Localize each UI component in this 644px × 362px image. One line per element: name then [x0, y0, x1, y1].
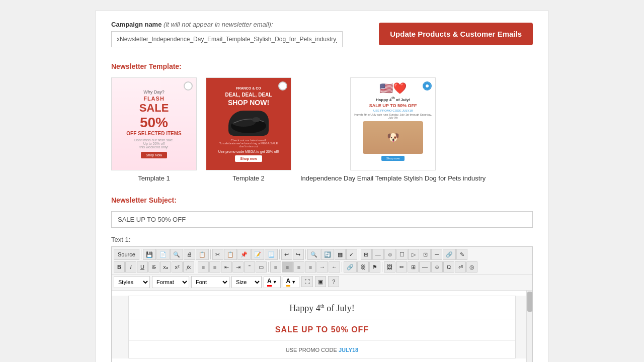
hline2-button[interactable]: — — [419, 261, 431, 273]
align-justify-button[interactable]: ≡ — [305, 261, 316, 273]
tpl2-btn: Shop now — [235, 155, 262, 162]
align-right-button[interactable]: ≡ — [293, 261, 304, 273]
print-button[interactable]: 🖨 — [184, 249, 195, 260]
tpl3-detail: Hurrah 4th of July sale runs Sunday, Jul… — [354, 113, 432, 119]
styles-select[interactable]: Styles — [114, 276, 150, 288]
char-button[interactable]: Ω — [443, 261, 454, 273]
image-edit-button[interactable]: ✏ — [396, 261, 407, 273]
editor-toolbar: Source 💾 📄 🔍 🖨 📋 ✂ 📋 📌 📝 📃 ↩ ↪ — [112, 247, 532, 275]
tpl1-flash: FLASH — [143, 96, 165, 102]
newsletter-subject-input[interactable] — [111, 211, 533, 228]
cut-button[interactable]: ✂ — [212, 249, 223, 260]
tb-sep-1 — [141, 249, 141, 259]
template-2-thumb: FRANCO & CO DEAL, DEAL, DEAL SHOP NOW! C — [206, 77, 291, 170]
template-3-item[interactable]: 🇺🇸❤️ Happy 4th of July! SALE UP TO 50% O… — [300, 77, 486, 182]
template-1-name: Template 1 — [138, 174, 170, 182]
special-char-button[interactable]: ✎ — [456, 249, 467, 260]
bold-button[interactable]: B — [114, 261, 125, 273]
subscript-button[interactable]: x₂ — [160, 261, 171, 273]
undo-button[interactable]: ↩ — [281, 249, 292, 260]
template-1-item[interactable]: Why Day? FLASH SALE 50% OFF SELECTED ITE… — [111, 77, 197, 182]
underline-button[interactable]: U — [137, 261, 148, 273]
italic-button[interactable]: I — [125, 261, 136, 273]
rtl-button[interactable]: ← — [329, 261, 340, 273]
tb-sep-4 — [305, 249, 306, 259]
editor-content[interactable]: Happy 4th of July! SALE UP TO 50% OFF US… — [112, 291, 532, 362]
save-button[interactable]: 💾 — [143, 249, 156, 260]
template-3-thumb: 🇺🇸❤️ Happy 4th of July! SALE UP TO 50% O… — [350, 77, 436, 170]
ltr-button[interactable]: → — [316, 261, 328, 273]
copy-button[interactable]: 📋 — [224, 249, 237, 260]
tpl1-why: Why Day? — [143, 89, 165, 95]
iframe-button[interactable]: ◎ — [466, 261, 477, 273]
editor-container: Source 💾 📄 🔍 🖨 📋 ✂ 📋 📌 📝 📃 ↩ ↪ — [111, 246, 533, 362]
blockquote-button[interactable]: " — [244, 261, 255, 273]
bg-color-dropdown-icon: ▼ — [291, 280, 296, 285]
align-left-button[interactable]: ≡ — [270, 261, 281, 273]
tpl2-logo: FRANCO & CO — [236, 86, 261, 90]
table2-button[interactable]: ⊞ — [408, 261, 419, 273]
ul-button[interactable]: ≡ — [209, 261, 220, 273]
tb-sep-2 — [210, 249, 211, 259]
link2-button[interactable]: 🔗 — [344, 261, 357, 273]
template-2-item[interactable]: FRANCO & CO DEAL, DEAL, DEAL SHOP NOW! C — [206, 77, 291, 182]
tb-sep-8 — [342, 262, 342, 272]
link-button[interactable]: 🔗 — [443, 249, 456, 260]
insert-hr-button[interactable]: — — [372, 249, 384, 260]
anchor-button[interactable]: ⚑ — [369, 261, 380, 273]
unlink-button[interactable]: ⛓ — [357, 261, 369, 273]
insert-hline-button[interactable]: ─ — [431, 249, 442, 260]
size-select[interactable]: Size — [231, 276, 262, 288]
tpl1-sale: SALE — [139, 102, 169, 115]
smiley2-button[interactable]: ☺ — [431, 261, 443, 273]
help-button[interactable]: ? — [328, 276, 339, 287]
template-1-radio[interactable] — [184, 81, 193, 90]
ol-button[interactable]: ≡ — [198, 261, 209, 273]
find-button[interactable]: 🔍 — [307, 249, 320, 260]
redo-button[interactable]: ↪ — [293, 249, 304, 260]
select-all-button[interactable]: ▦ — [335, 249, 346, 260]
template-2-radio[interactable] — [278, 81, 287, 90]
image-button[interactable]: 🖼 — [384, 261, 395, 273]
campaign-name-input[interactable] — [111, 31, 343, 47]
paste-text-button[interactable]: 📝 — [251, 249, 264, 260]
insert-frame-button[interactable]: ☐ — [396, 249, 408, 260]
ep-sale-text: SALE UP TO 50% OFF — [134, 325, 510, 334]
source-button[interactable]: Source — [114, 249, 139, 260]
maximize-button[interactable]: ⛶ — [301, 276, 313, 287]
templates-button[interactable]: 📋 — [196, 249, 209, 260]
update-products-button[interactable]: Update Products & Customer Emails — [379, 23, 533, 45]
bg-color-button[interactable]: A ▼ — [283, 276, 300, 288]
show-blocks-button[interactable]: ▣ — [315, 276, 326, 287]
new-button[interactable]: 📄 — [156, 249, 170, 260]
remove-format-button[interactable]: 𝑓x — [183, 261, 194, 273]
strikethrough-button[interactable]: S — [148, 261, 159, 273]
pagebreak-button[interactable]: ⏎ — [455, 261, 466, 273]
insert-flash-button[interactable]: ▷ — [408, 249, 419, 260]
format-select[interactable]: Format — [152, 276, 189, 288]
spell-check-button[interactable]: ✓ — [346, 249, 357, 260]
templates-row: Why Day? FLASH SALE 50% OFF SELECTED ITE… — [111, 77, 533, 182]
main-container: Campaign name (it will not appear in new… — [96, 10, 548, 362]
campaign-label-note: (it will not appear in newsletter email)… — [164, 21, 273, 28]
preview-button[interactable]: 🔍 — [170, 249, 183, 260]
editor-wrap: Happy 4th of July! SALE UP TO 50% OFF US… — [112, 291, 532, 362]
align-center-button[interactable]: ≡ — [282, 261, 293, 273]
toolbar-row-1: Source 💾 📄 🔍 🖨 📋 ✂ 📋 📌 📝 📃 ↩ ↪ — [114, 249, 530, 260]
ep-of-july: of July! — [325, 303, 355, 313]
indent-button[interactable]: ⇥ — [232, 261, 244, 273]
email-preview: Happy 4th of July! SALE UP TO 50% OFF US… — [112, 296, 532, 358]
replace-button[interactable]: 🔄 — [321, 249, 334, 260]
outdent-button[interactable]: ⇤ — [221, 261, 232, 273]
font-color-button[interactable]: A ▼ — [264, 276, 281, 288]
insert-fbox-button[interactable]: ⊡ — [420, 249, 431, 260]
insert-smiley-button[interactable]: ☺ — [384, 249, 396, 260]
editor-scrollbar[interactable] — [526, 291, 532, 362]
tpl1-sub: Don't miss our flash sale.Up to 50% offt… — [134, 138, 174, 149]
insert-table-button[interactable]: ⊞ — [361, 249, 372, 260]
paste-button[interactable]: 📌 — [237, 249, 251, 260]
div-button[interactable]: ▭ — [256, 261, 267, 273]
superscript-button[interactable]: x² — [172, 261, 183, 273]
paste-word-button[interactable]: 📃 — [265, 249, 278, 260]
font-select[interactable]: Font — [191, 276, 229, 288]
